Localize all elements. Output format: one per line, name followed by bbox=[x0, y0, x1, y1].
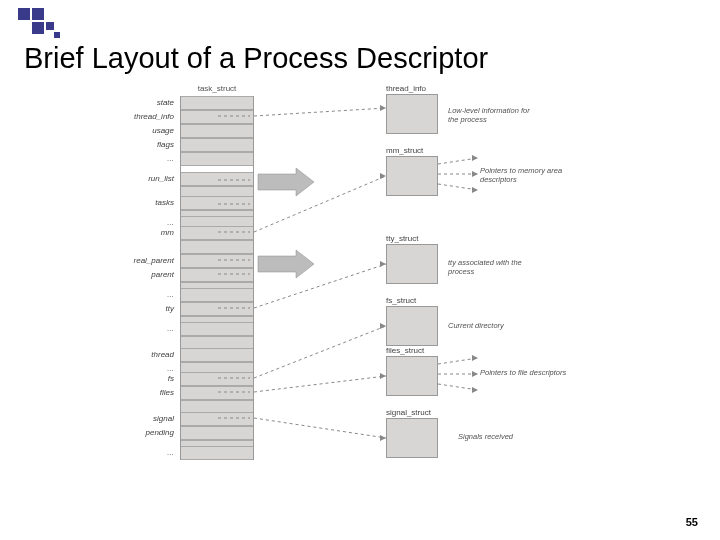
struct-caption-tty_struct: tty associated with the process bbox=[448, 258, 538, 276]
struct-box-files_struct bbox=[386, 356, 438, 396]
field-box bbox=[181, 152, 253, 166]
field-label-: ... bbox=[114, 364, 174, 373]
svg-marker-35 bbox=[472, 387, 478, 393]
page-number: 55 bbox=[686, 516, 698, 528]
task-struct-column bbox=[180, 96, 254, 460]
field-box bbox=[181, 412, 253, 426]
field-box bbox=[181, 446, 253, 460]
struct-box-thread_info bbox=[386, 94, 438, 134]
struct-caption-files_struct: Pointers to file descriptors bbox=[480, 368, 570, 377]
field-label-pending: pending bbox=[114, 428, 174, 437]
svg-line-3 bbox=[254, 176, 386, 232]
svg-line-6 bbox=[254, 376, 386, 392]
field-box bbox=[181, 172, 253, 186]
svg-line-13 bbox=[438, 384, 478, 390]
field-box bbox=[181, 302, 253, 316]
struct-caption-mm_struct: Pointers to memory area descriptors bbox=[480, 166, 570, 184]
field-box bbox=[181, 196, 253, 210]
field-label-run_list: run_list bbox=[114, 174, 174, 183]
field-box bbox=[181, 96, 253, 110]
svg-marker-1 bbox=[258, 250, 314, 278]
field-label-signal: signal bbox=[114, 414, 174, 423]
field-label-: ... bbox=[114, 324, 174, 333]
field-label-state: state bbox=[114, 98, 174, 107]
svg-line-4 bbox=[254, 264, 386, 308]
field-box bbox=[181, 288, 253, 302]
svg-marker-32 bbox=[472, 187, 478, 193]
field-box bbox=[181, 110, 253, 124]
field-box bbox=[181, 348, 253, 362]
struct-label-thread_info: thread_info bbox=[386, 84, 426, 93]
diagram: task_struct statethread_infousageflags..… bbox=[100, 96, 660, 506]
svg-line-7 bbox=[254, 418, 386, 438]
page-title: Brief Layout of a Process Descriptor bbox=[24, 42, 488, 75]
field-label-fs: fs bbox=[114, 374, 174, 383]
struct-label-tty_struct: tty_struct bbox=[386, 234, 418, 243]
svg-marker-33 bbox=[472, 355, 478, 361]
field-box bbox=[181, 254, 253, 268]
field-label-: ... bbox=[114, 154, 174, 163]
svg-marker-34 bbox=[472, 371, 478, 377]
field-label-: ... bbox=[114, 448, 174, 457]
struct-label-mm_struct: mm_struct bbox=[386, 146, 423, 155]
svg-line-11 bbox=[438, 358, 478, 364]
struct-box-mm_struct bbox=[386, 156, 438, 196]
struct-label-files_struct: files_struct bbox=[386, 346, 424, 355]
field-label-mm: mm bbox=[114, 228, 174, 237]
svg-line-2 bbox=[254, 108, 386, 116]
field-box bbox=[181, 138, 253, 152]
field-box bbox=[181, 322, 253, 336]
field-label-thread: thread bbox=[114, 350, 174, 359]
struct-box-signal_struct bbox=[386, 418, 438, 458]
svg-line-8 bbox=[438, 158, 478, 164]
struct-label-fs_struct: fs_struct bbox=[386, 296, 416, 305]
field-label-tasks: tasks bbox=[114, 198, 174, 207]
field-box bbox=[181, 124, 253, 138]
struct-box-tty_struct bbox=[386, 244, 438, 284]
field-label-flags: flags bbox=[114, 140, 174, 149]
field-box bbox=[181, 240, 253, 254]
field-box bbox=[181, 268, 253, 282]
field-label-parent: parent bbox=[114, 270, 174, 279]
struct-caption-fs_struct: Current directory bbox=[448, 321, 538, 330]
field-box bbox=[181, 372, 253, 386]
field-label-tty: tty bbox=[114, 304, 174, 313]
struct-caption-thread_info: Low-level information for the process bbox=[448, 106, 538, 124]
main-struct-label: task_struct bbox=[180, 84, 254, 93]
field-box bbox=[181, 226, 253, 240]
struct-box-fs_struct bbox=[386, 306, 438, 346]
svg-line-10 bbox=[438, 184, 478, 190]
struct-caption-signal_struct: Signals received bbox=[458, 432, 548, 441]
svg-marker-30 bbox=[472, 155, 478, 161]
field-label-usage: usage bbox=[114, 126, 174, 135]
struct-label-signal_struct: signal_struct bbox=[386, 408, 431, 417]
field-label-real_parent: real_parent bbox=[114, 256, 174, 265]
svg-marker-31 bbox=[472, 171, 478, 177]
field-label-: ... bbox=[114, 290, 174, 299]
field-box bbox=[181, 386, 253, 400]
svg-marker-0 bbox=[258, 168, 314, 196]
field-label-files: files bbox=[114, 388, 174, 397]
field-label-: ... bbox=[114, 218, 174, 227]
field-label-thread_info: thread_info bbox=[114, 112, 174, 121]
svg-line-5 bbox=[254, 326, 386, 378]
field-box bbox=[181, 426, 253, 440]
